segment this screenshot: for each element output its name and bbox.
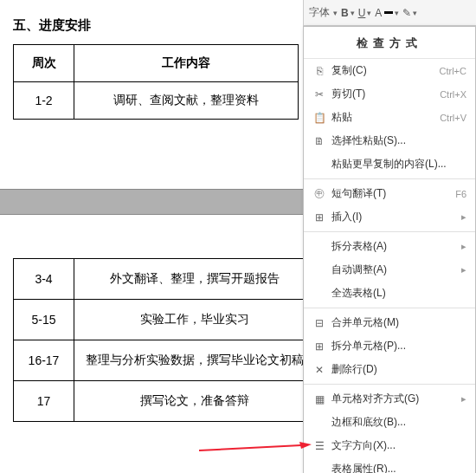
merge-icon: ⊟ [311, 317, 328, 329]
chevron-right-icon: ▸ [461, 241, 466, 252]
menu-delete-row[interactable]: ✕ 删除行(D) [304, 358, 475, 381]
table-row[interactable]: 16-17 整理与分析实验数据，撰写毕业论文初稿 [14, 340, 316, 381]
dropdown-icon[interactable]: ▾ [333, 9, 338, 17]
menu-text-direction[interactable]: ☰ 文字方向(X)... [304, 434, 475, 457]
table-row[interactable]: 3-4 外文翻译、整理，撰写开题报告 [14, 259, 316, 300]
context-menu: 检查方式 ⎘ 复制(C) Ctrl+C ✂ 剪切(T) Ctrl+X 📋 粘贴 … [303, 26, 476, 473]
cell-task[interactable]: 实验工作，毕业实习 [74, 300, 316, 340]
menu-split-cells[interactable]: ⊞ 拆分单元格(P)... [304, 334, 475, 358]
align-icon: ▦ [311, 393, 328, 405]
split-icon: ⊞ [311, 340, 328, 353]
menu-paste-earlier[interactable]: 粘贴更早复制的内容(L)... [304, 152, 475, 176]
translate-icon: ㊥ [311, 186, 328, 201]
highlight-button[interactable]: ✎ [402, 7, 411, 19]
text-direction-icon: ☰ [311, 440, 328, 452]
font-color-button[interactable]: A [375, 7, 382, 19]
cell-week[interactable]: 1-2 [14, 82, 74, 120]
menu-autofit[interactable]: 自动调整(A) ▸ [304, 258, 475, 282]
svg-line-0 [199, 445, 301, 450]
menu-separator [304, 231, 475, 232]
menu-select-table[interactable]: 全选表格(L) [304, 282, 475, 305]
header-week[interactable]: 周次 [14, 45, 74, 82]
menu-copy[interactable]: ⎘ 复制(C) Ctrl+C [304, 59, 475, 82]
chevron-right-icon: ▸ [461, 393, 466, 405]
chevron-right-icon: ▸ [461, 264, 466, 275]
cell-week[interactable]: 16-17 [14, 340, 74, 381]
schedule-table-2[interactable]: 3-4 外文翻译、整理，撰写开题报告 5-15 实验工作，毕业实习 16-17 … [13, 258, 316, 422]
menu-merge-cells[interactable]: ⊟ 合并单元格(M) [304, 311, 475, 334]
annotation-arrow [199, 442, 312, 454]
cut-icon: ✂ [311, 88, 328, 100]
underline-button[interactable]: U [358, 7, 366, 19]
insert-icon: ⊞ [311, 211, 328, 224]
cell-week[interactable]: 3-4 [14, 259, 74, 300]
menu-cell-align[interactable]: ▦ 单元格对齐方式(G) ▸ [304, 387, 475, 411]
cell-week[interactable]: 5-15 [14, 300, 74, 340]
paste-icon: 📋 [311, 112, 328, 124]
cell-week[interactable]: 17 [14, 381, 74, 422]
menu-borders[interactable]: 边框和底纹(B)... [304, 411, 475, 434]
schedule-table-1[interactable]: 周次 工作内容 1-2 调研、查阅文献，整理资料 [13, 44, 299, 120]
table-row[interactable]: 5-15 实验工作，毕业实习 [14, 300, 316, 340]
header-task[interactable]: 工作内容 [74, 45, 299, 82]
menu-cut[interactable]: ✂ 剪切(T) Ctrl+X [304, 82, 475, 106]
delete-row-icon: ✕ [311, 364, 328, 376]
menu-paste[interactable]: 📋 粘贴 Ctrl+V [304, 106, 475, 129]
menu-separator [304, 384, 475, 385]
format-toolbar: 字体 ▾ B ▾ U ▾ A ▾ ✎ ▾ [303, 0, 476, 26]
copy-icon: ⎘ [311, 65, 328, 77]
paste-special-icon: 🗎 [311, 135, 328, 147]
cell-task[interactable]: 调研、查阅文献，整理资料 [74, 82, 299, 120]
cell-task[interactable]: 外文翻译、整理，撰写开题报告 [74, 259, 316, 300]
bold-button[interactable]: B [341, 7, 349, 19]
cell-task[interactable]: 撰写论文，准备答辩 [74, 381, 316, 422]
menu-split-table[interactable]: 拆分表格(A) ▸ [304, 235, 475, 258]
chevron-right-icon: ▸ [461, 211, 466, 223]
cell-task[interactable]: 整理与分析实验数据，撰写毕业论文初稿 [74, 340, 316, 381]
menu-translate[interactable]: ㊥ 短句翻译(T) F6 [304, 182, 475, 205]
menu-header: 检查方式 [304, 29, 475, 59]
menu-table-properties[interactable]: 表格属性(R)... [304, 457, 475, 473]
menu-separator [304, 308, 475, 308]
table-row[interactable]: 1-2 调研、查阅文献，整理资料 [14, 82, 299, 120]
menu-separator [304, 178, 475, 179]
menu-insert[interactable]: ⊞ 插入(I) ▸ [304, 205, 475, 229]
menu-paste-special[interactable]: 🗎 选择性粘贴(S)... [304, 129, 475, 152]
font-label: 字体 [309, 5, 330, 20]
table-row[interactable]: 17 撰写论文，准备答辩 [14, 381, 316, 422]
